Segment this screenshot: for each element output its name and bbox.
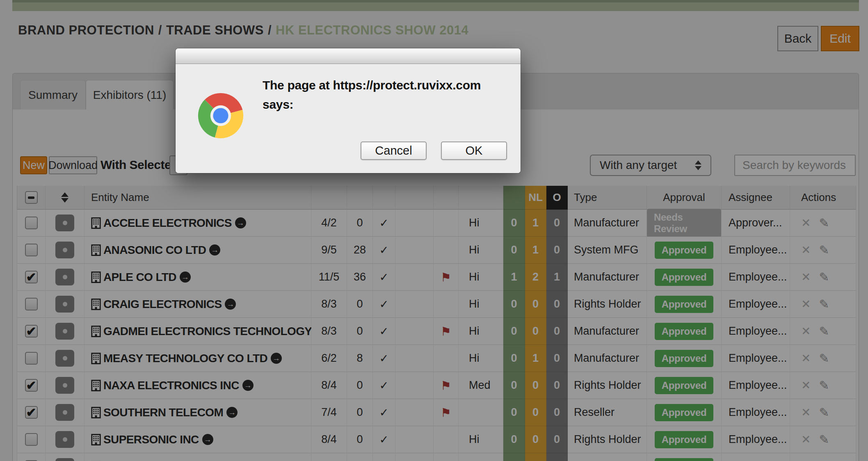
dialog-message: The page at https://protect.ruvixx.com s… (263, 75, 500, 114)
browser-alert-dialog: The page at https://protect.ruvixx.com s… (176, 48, 521, 173)
dialog-message-line2: says: (263, 95, 500, 114)
cancel-button[interactable]: Cancel (361, 141, 427, 160)
dialog-body: The page at https://protect.ruvixx.com s… (176, 64, 521, 173)
dialog-titlebar (176, 48, 521, 64)
chrome-logo-icon (196, 91, 245, 140)
ok-button[interactable]: OK (441, 141, 507, 160)
dialog-message-line1: The page at https://protect.ruvixx.com (263, 75, 500, 95)
